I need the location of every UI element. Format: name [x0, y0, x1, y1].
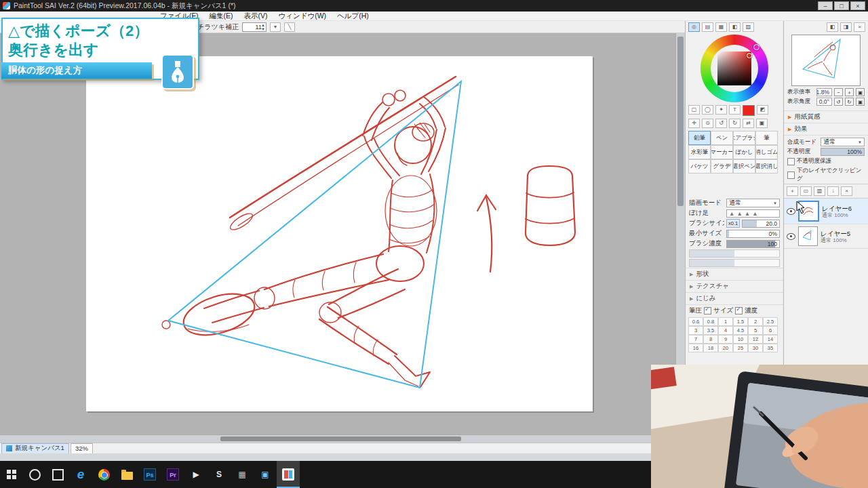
new-layer-icon[interactable]: ＋: [787, 186, 798, 196]
saturation-marker[interactable]: [747, 53, 752, 58]
taskbar-chrome[interactable]: [92, 461, 115, 488]
mixer-tab-icon[interactable]: ◧: [729, 22, 741, 32]
brush-size-unit[interactable]: x0.1: [726, 219, 740, 228]
tool-pen[interactable]: ペン: [711, 131, 733, 145]
brush-size-preset[interactable]: 2: [748, 317, 763, 326]
wand-icon[interactable]: ✦: [715, 105, 727, 115]
zoom-icon[interactable]: ⊙: [702, 119, 713, 128]
color-wheel-tab-icon[interactable]: ◎: [688, 22, 700, 32]
canvas-viewport[interactable]: [0, 33, 675, 434]
tool-select-pen[interactable]: 選択ペン: [733, 159, 755, 174]
tool-pencil[interactable]: 鉛筆: [688, 131, 711, 145]
select-rect-icon[interactable]: ▢: [688, 105, 700, 115]
brush-size-preset[interactable]: 10: [733, 335, 748, 344]
brush-size-preset[interactable]: 6: [763, 326, 778, 335]
navigator-thumbnail[interactable]: [791, 35, 861, 86]
brush-option-slider-1[interactable]: [689, 249, 780, 258]
brush-size-preset[interactable]: 1.5: [733, 317, 748, 326]
clipping-checkbox[interactable]: [787, 171, 795, 179]
zoom-out-button[interactable]: −: [834, 88, 843, 96]
rotate-cw-icon[interactable]: ↻: [729, 119, 741, 128]
brush-size-preset[interactable]: 2.5: [763, 317, 778, 326]
vertical-scroll-thumb[interactable]: [677, 37, 684, 206]
reset-view-icon[interactable]: ▣: [756, 119, 768, 128]
taskbar-file-explorer[interactable]: [115, 461, 138, 488]
blend-mode-select[interactable]: 通常▼: [726, 199, 780, 207]
menu-view[interactable]: 表示(V): [238, 12, 273, 21]
delete-layer-icon[interactable]: ×: [841, 186, 852, 196]
color-wheel[interactable]: [701, 35, 768, 102]
brush-size-preset[interactable]: 14: [763, 335, 778, 344]
menu-edit[interactable]: 編集(E): [203, 12, 238, 21]
taskbar-photos[interactable]: ▣: [254, 461, 277, 488]
stroke-icon[interactable]: ╲: [284, 22, 295, 32]
primary-color-swatch[interactable]: [743, 105, 755, 116]
canvas-drawing[interactable]: [86, 56, 593, 411]
brush-size-preset[interactable]: 12: [748, 335, 763, 344]
horizontal-scroll-thumb[interactable]: [220, 436, 461, 441]
taskbar-app-grid[interactable]: ▦: [231, 461, 254, 488]
brush-size-preset[interactable]: 18: [703, 344, 718, 352]
section-effect[interactable]: ▶ 効果: [784, 123, 868, 135]
tool-bucket[interactable]: バケツ: [688, 159, 711, 174]
tool-blur[interactable]: ぼかし: [733, 145, 755, 159]
menu-window[interactable]: ウィンドウ(W): [273, 12, 332, 21]
layer-opacity-slider[interactable]: 100%: [821, 148, 865, 156]
hue-marker[interactable]: [753, 44, 760, 50]
tool-gradient[interactable]: グラデ: [711, 159, 733, 174]
lasso-icon[interactable]: ◯: [702, 105, 713, 115]
stabilizer-dropdown-icon[interactable]: ▾: [270, 22, 281, 32]
menu-help[interactable]: ヘルプ(H): [332, 12, 374, 21]
brush-size-slider[interactable]: 20.0: [742, 220, 780, 228]
brush-size-preset[interactable]: 35: [763, 344, 778, 352]
brush-size-preset[interactable]: 7: [688, 335, 703, 344]
taskbar-photoshop[interactable]: Ps: [138, 461, 161, 488]
canvas-horizontal-scrollbar[interactable]: [0, 434, 685, 443]
brush-size-preset[interactable]: 16: [688, 344, 703, 352]
brush-size-preset[interactable]: 20: [718, 344, 733, 352]
tool-marker[interactable]: マーカー: [711, 145, 733, 159]
text-tool-icon[interactable]: T: [729, 105, 741, 115]
brush-size-preset[interactable]: 4: [718, 326, 733, 335]
canvas-page[interactable]: [86, 56, 593, 411]
layer-blend-select[interactable]: 通常▼: [821, 138, 865, 146]
rgb-slider-tab-icon[interactable]: ▤: [702, 22, 713, 32]
flip-icon[interactable]: ⇄: [743, 119, 754, 128]
brush-size-preset[interactable]: 9: [718, 335, 733, 344]
task-view-button[interactable]: [46, 461, 69, 488]
document-tab[interactable]: 新規キャンバス1: [1, 443, 69, 454]
section-blending[interactable]: ▶ にじみ: [686, 292, 783, 304]
merge-down-icon[interactable]: ↓: [827, 186, 839, 196]
pressure-size-checkbox[interactable]: [704, 307, 711, 314]
tool-brush[interactable]: 筆: [755, 131, 778, 145]
swatches-tab-icon[interactable]: ▦: [715, 22, 727, 32]
brush-density-slider[interactable]: 100: [726, 240, 780, 248]
brush-size-preset[interactable]: 0.6: [688, 317, 703, 326]
edge-hardness-picker[interactable]: ▲▲▲▲: [726, 209, 780, 218]
maximize-button[interactable]: □: [834, 1, 849, 10]
taskbar-steam[interactable]: S: [208, 461, 231, 488]
start-button[interactable]: [0, 461, 23, 488]
brush-size-preset[interactable]: 3: [688, 326, 703, 335]
brush-size-preset[interactable]: 3.5: [703, 326, 718, 335]
brush-size-preset[interactable]: 4.5: [733, 326, 748, 335]
move-icon[interactable]: ✛: [688, 119, 700, 128]
angle-reset-button[interactable]: ▣: [856, 98, 865, 106]
layer-item[interactable]: レイヤー5 通常 100%: [784, 224, 868, 249]
brush-size-preset[interactable]: 1: [718, 317, 733, 326]
tool-eraser[interactable]: 消しゴム: [755, 145, 778, 159]
tool-airbrush[interactable]: エアブラシ: [733, 131, 755, 145]
section-paper-texture[interactable]: ▶ 用紙質感: [784, 110, 868, 123]
taskbar-edge[interactable]: e: [69, 461, 92, 488]
layer-visibility-icon[interactable]: [787, 208, 795, 215]
tool-select-eraser[interactable]: 選択消し: [755, 159, 778, 174]
brush-size-preset[interactable]: 8: [703, 335, 718, 344]
dock-left-icon[interactable]: ◧: [827, 22, 838, 32]
panel-close-icon[interactable]: ×: [854, 22, 865, 32]
rotate-left-button[interactable]: ↺: [834, 98, 843, 106]
preserve-opacity-checkbox[interactable]: [787, 158, 795, 165]
close-button[interactable]: ×: [850, 1, 865, 10]
rotate-ccw-icon[interactable]: ↺: [715, 119, 727, 128]
taskbar-premiere[interactable]: Pr: [161, 461, 184, 488]
search-button[interactable]: [23, 461, 46, 488]
